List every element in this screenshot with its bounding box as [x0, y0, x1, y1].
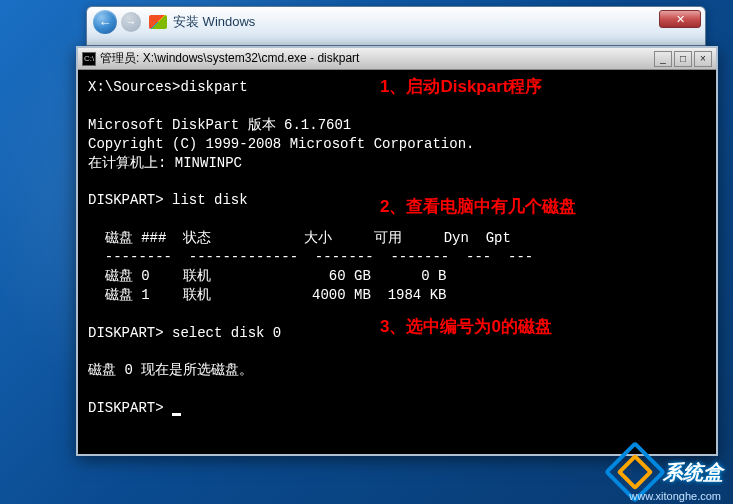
- terminal-line: 在计算机上: MINWINPC: [88, 155, 242, 171]
- terminal-line: Microsoft DiskPart 版本 6.1.7601: [88, 117, 351, 133]
- installer-close-button[interactable]: ✕: [659, 10, 701, 28]
- terminal-line: DISKPART> select disk 0: [88, 325, 281, 341]
- terminal-prompt: DISKPART>: [88, 400, 172, 416]
- terminal-line: Copyright (C) 1999-2008 Microsoft Corpor…: [88, 136, 474, 152]
- cursor-icon: [172, 413, 181, 416]
- annotation-3: 3、选中编号为0的磁盘: [380, 316, 552, 339]
- cmd-icon: C:\: [82, 52, 96, 66]
- terminal-body[interactable]: X:\Sources>diskpart Microsoft DiskPart 版…: [78, 70, 716, 454]
- installer-title: 安装 Windows: [173, 13, 255, 31]
- watermark: 系统盒: [613, 450, 723, 494]
- window-controls: _ □ ×: [654, 51, 712, 67]
- installer-window: ← → 安装 Windows ✕: [86, 6, 706, 46]
- cmd-window: C:\ 管理员: X:\windows\system32\cmd.exe - d…: [76, 46, 718, 456]
- nav-back-button[interactable]: ←: [93, 10, 117, 34]
- cmd-titlebar[interactable]: C:\ 管理员: X:\windows\system32\cmd.exe - d…: [78, 48, 716, 70]
- annotation-2: 2、查看电脑中有几个磁盘: [380, 196, 576, 219]
- nav-forward-button: →: [121, 12, 141, 32]
- table-divider: -------- ------------- ------- ------- -…: [88, 249, 533, 265]
- windows-flag-icon: [149, 15, 167, 29]
- maximize-button[interactable]: □: [674, 51, 692, 67]
- table-header: 磁盘 ### 状态 大小 可用 Dyn Gpt: [88, 230, 511, 246]
- installer-titlebar: ← → 安装 Windows: [87, 7, 705, 37]
- watermark-brand: 系统盒: [663, 459, 723, 486]
- table-row: 磁盘 1 联机 4000 MB 1984 KB: [88, 287, 446, 303]
- watermark-url: www.xitonghe.com: [629, 490, 721, 502]
- close-button[interactable]: ×: [694, 51, 712, 67]
- terminal-line: 磁盘 0 现在是所选磁盘。: [88, 362, 253, 378]
- table-row: 磁盘 0 联机 60 GB 0 B: [88, 268, 446, 284]
- cmd-title-text: 管理员: X:\windows\system32\cmd.exe - diskp…: [100, 50, 654, 67]
- terminal-line: X:\Sources>diskpart: [88, 79, 248, 95]
- minimize-button[interactable]: _: [654, 51, 672, 67]
- watermark-logo-icon: [613, 450, 657, 494]
- annotation-1: 1、启动Diskpart程序: [380, 76, 542, 99]
- terminal-line: DISKPART> list disk: [88, 192, 248, 208]
